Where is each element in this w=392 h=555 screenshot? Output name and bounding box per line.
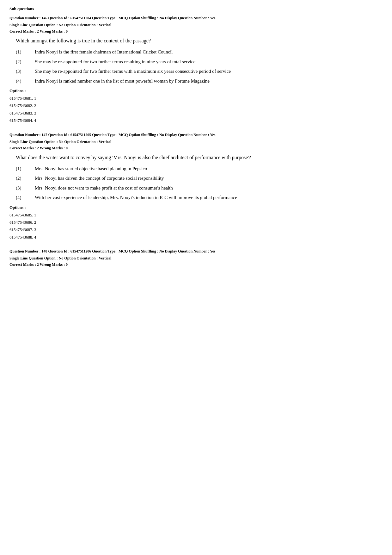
question-148-meta2: Single Line Question Option : No Option … — [9, 255, 383, 261]
question-146-option-ids: 61547543681. 1 61547543682. 2 6154754368… — [9, 95, 383, 124]
question-146-marks: Correct Marks : 2 Wrong Marks : 0 — [9, 29, 383, 34]
option-146-4-number: (4) — [16, 78, 35, 85]
option-id-147-4: 61547543688. 4 — [9, 234, 383, 241]
question-146-text: Which amongst the following is true in t… — [16, 37, 376, 45]
section-header: Sub questions — [9, 6, 383, 11]
option-147-1: (1) Mrs. Nooyi has started objective bas… — [16, 165, 383, 172]
option-146-4: (4) Indra Nooyi is ranked number one in … — [16, 78, 383, 85]
option-147-1-text: Mrs. Nooyi has started objective based p… — [35, 165, 383, 172]
option-147-2: (2) Mrs. Nooyi has driven the concept of… — [16, 175, 383, 182]
question-block-148: Question Number : 148 Question Id : 6154… — [9, 248, 383, 267]
option-id-146-3: 61547543683. 3 — [9, 109, 383, 117]
option-146-3: (3) She may be re-appointed for two furt… — [16, 68, 383, 75]
option-147-3: (3) Mrs. Nooyi does not want to make pro… — [16, 184, 383, 192]
option-146-1-text: Indra Nooyi is the first female chairman… — [35, 48, 383, 56]
option-146-3-number: (3) — [16, 68, 35, 75]
option-147-2-number: (2) — [16, 175, 35, 182]
option-id-147-2: 61547543686. 2 — [9, 219, 383, 226]
question-147-options-label: Options : — [9, 205, 383, 210]
option-147-4-text: With her vast experience of leadership, … — [35, 194, 383, 201]
question-147-meta2: Single Line Question Option : No Option … — [9, 139, 383, 145]
question-147-meta1: Question Number : 147 Question Id : 6154… — [9, 132, 383, 138]
option-id-146-4: 61547543684. 4 — [9, 117, 383, 124]
option-146-4-text: Indra Nooyi is ranked number one in the … — [35, 78, 383, 85]
option-146-2-text: She may be re-appointed for two further … — [35, 58, 383, 65]
option-146-2-number: (2) — [16, 58, 35, 65]
option-147-4-number: (4) — [16, 194, 35, 201]
question-block-147: Question Number : 147 Question Id : 6154… — [9, 132, 383, 241]
option-146-1: (1) Indra Nooyi is the first female chai… — [16, 48, 383, 56]
option-147-2-text: Mrs. Nooyi has driven the concept of cor… — [35, 175, 383, 182]
option-146-1-number: (1) — [16, 48, 35, 56]
question-147-options: (1) Mrs. Nooyi has started objective bas… — [16, 165, 383, 201]
option-146-3-text: She may be re-appointed for two further … — [35, 68, 383, 75]
option-id-147-3: 61547543687. 3 — [9, 226, 383, 233]
option-147-3-text: Mrs. Nooyi does not want to make profit … — [35, 184, 383, 192]
option-id-146-1: 61547543681. 1 — [9, 95, 383, 102]
question-146-meta1: Question Number : 146 Question Id : 6154… — [9, 15, 383, 21]
question-148-meta1: Question Number : 148 Question Id : 6154… — [9, 248, 383, 254]
question-147-marks: Correct Marks : 2 Wrong Marks : 0 — [9, 146, 383, 151]
option-id-146-2: 61547543682. 2 — [9, 102, 383, 109]
question-147-option-ids: 61547543685. 1 61547543686. 2 6154754368… — [9, 211, 383, 241]
question-block-146: Question Number : 146 Question Id : 6154… — [9, 15, 383, 124]
question-148-marks: Correct Marks : 2 Wrong Marks : 0 — [9, 262, 383, 267]
question-147-text: What does the writer want to convey by s… — [16, 154, 376, 161]
question-146-meta2: Single Line Question Option : No Option … — [9, 22, 383, 28]
option-147-3-number: (3) — [16, 184, 35, 192]
option-147-1-number: (1) — [16, 165, 35, 172]
question-146-options-label: Options : — [9, 88, 383, 93]
option-147-4: (4) With her vast experience of leadersh… — [16, 194, 383, 201]
question-146-options: (1) Indra Nooyi is the first female chai… — [16, 48, 383, 84]
option-146-2: (2) She may be re-appointed for two furt… — [16, 58, 383, 65]
option-id-147-1: 61547543685. 1 — [9, 211, 383, 219]
